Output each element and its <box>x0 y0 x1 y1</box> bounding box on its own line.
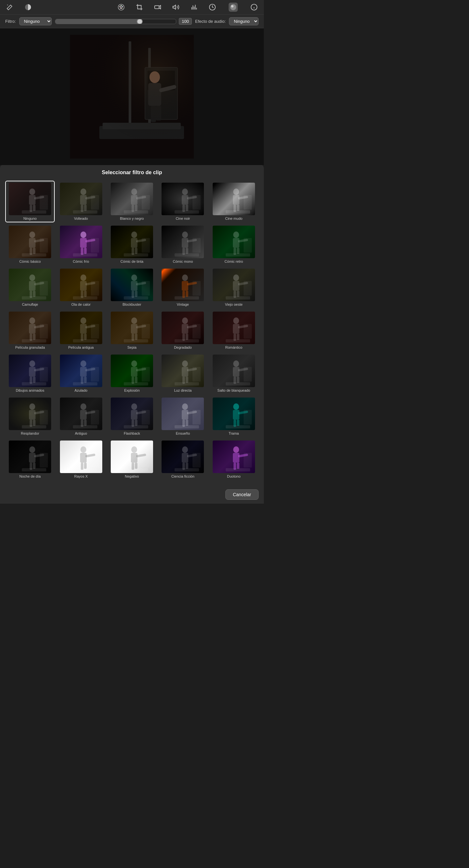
filter-item-explosion[interactable]: Explosión <box>107 352 157 394</box>
intensity-slider-track[interactable] <box>55 19 177 24</box>
svg-rect-173 <box>234 334 236 341</box>
filter-item-blanco-negro[interactable]: Blanco y negro <box>107 181 157 222</box>
filter-thumb-comic-tinta <box>111 226 153 258</box>
svg-rect-45 <box>80 195 87 205</box>
bars-icon[interactable] <box>189 3 199 12</box>
filter-item-sepia[interactable]: Sepia <box>107 310 157 351</box>
svg-rect-75 <box>30 248 32 255</box>
filter-item-noche-dia[interactable]: Noche de día <box>5 439 55 480</box>
svg-rect-83 <box>84 248 87 254</box>
filter-item-cine-mudo[interactable]: Cine mudo <box>209 181 259 222</box>
svg-rect-94 <box>182 238 188 248</box>
svg-rect-131 <box>182 291 185 298</box>
filter-item-ola-calor[interactable]: Ola de calor <box>56 267 106 308</box>
effects-icon[interactable] <box>229 3 238 12</box>
filter-item-salto[interactable]: Salto de blanqueado <box>209 352 259 394</box>
audio-effect-select[interactable]: Ninguno <box>229 17 259 25</box>
svg-point-163 <box>182 317 188 324</box>
video-camera-icon[interactable] <box>153 3 162 12</box>
filter-item-negativo[interactable]: Negativo <box>107 439 157 480</box>
svg-line-116 <box>87 283 94 284</box>
color-half-icon[interactable] <box>24 3 33 12</box>
magic-wand-icon[interactable] <box>5 3 14 12</box>
palette-icon[interactable] <box>117 3 126 12</box>
filter-item-trama[interactable]: Trama <box>209 396 259 437</box>
filter-item-resplandor[interactable]: Resplandor <box>5 396 55 437</box>
filter-item-blockbuster[interactable]: Blockbuster <box>107 267 157 308</box>
filter-item-viejo-oeste[interactable]: Viejo oeste <box>209 267 259 308</box>
filter-item-volteado[interactable]: Volteado <box>56 181 106 222</box>
svg-rect-227 <box>131 410 138 420</box>
svg-rect-178 <box>29 367 35 377</box>
svg-rect-55 <box>135 205 138 211</box>
filter-item-ninguno[interactable]: Ninguno <box>5 181 55 222</box>
filter-item-comic-frio[interactable]: Cómic frío <box>56 224 106 265</box>
info-icon[interactable] <box>250 3 259 12</box>
svg-rect-118 <box>84 291 87 297</box>
svg-rect-54 <box>131 205 134 212</box>
filter-item-comic-tinta[interactable]: Cómic de tinta <box>107 224 157 265</box>
svg-rect-104 <box>237 248 239 254</box>
svg-rect-66 <box>233 195 239 205</box>
filter-name-flashback: Flashback <box>124 431 140 435</box>
filter-item-ensueno[interactable]: Ensueño <box>158 396 207 437</box>
filter-thumb-ciencia-fic <box>162 440 204 473</box>
filter-item-degradado[interactable]: Degradado <box>158 310 207 351</box>
filter-item-duotono[interactable]: Duotono <box>209 439 259 480</box>
svg-rect-82 <box>81 248 83 255</box>
svg-rect-230 <box>135 420 138 426</box>
svg-point-93 <box>182 231 188 238</box>
svg-rect-262 <box>131 453 138 463</box>
filter-item-comic-retro[interactable]: Cómic retro <box>209 224 259 265</box>
filter-select[interactable]: Ninguno <box>19 17 52 25</box>
toolbar-center <box>24 3 238 12</box>
svg-line-242 <box>239 412 247 413</box>
svg-point-44 <box>81 188 86 195</box>
svg-rect-251 <box>33 463 35 469</box>
filter-item-vintage[interactable]: Vintage <box>158 267 207 308</box>
svg-point-37 <box>29 188 35 195</box>
filter-label: Filtro: <box>5 19 16 24</box>
svg-rect-122 <box>131 281 138 291</box>
filter-thumb-ninguno <box>9 183 51 215</box>
crop-icon[interactable] <box>135 3 144 12</box>
speedometer-icon[interactable] <box>208 3 217 12</box>
filter-item-romantico[interactable]: Romántico <box>209 310 259 351</box>
filter-item-azulado[interactable]: Azulado <box>56 352 106 394</box>
filter-name-azulado: Azulado <box>75 389 88 392</box>
filter-item-camuflaje[interactable]: Camuflaje <box>5 267 55 308</box>
filter-item-luz-directa[interactable]: Luz directa <box>158 352 207 394</box>
svg-rect-276 <box>233 453 239 463</box>
filter-item-cine-noir[interactable]: Cine noir <box>158 181 207 222</box>
filter-grid: NingunoVolteadoBlanco y negroCine noirCi… <box>5 181 259 480</box>
slider-thumb[interactable] <box>137 19 143 24</box>
svg-line-249 <box>35 455 43 456</box>
filter-item-pelicula-gran[interactable]: Película granulada <box>5 310 55 351</box>
filter-name-comic-frio: Cómic frío <box>73 259 89 264</box>
filter-item-antiguo[interactable]: Antiguo <box>56 396 106 437</box>
filter-item-dibujos[interactable]: Dibujos animados <box>5 352 55 394</box>
filter-item-comic-basico[interactable]: Cómic básico <box>5 224 55 265</box>
svg-line-214 <box>35 412 43 413</box>
filter-item-pelicula-ant[interactable]: Película antigua <box>56 310 106 351</box>
svg-point-233 <box>182 403 188 410</box>
svg-rect-188 <box>84 377 87 383</box>
svg-point-135 <box>233 275 239 281</box>
filter-thumb-pelicula-gran <box>9 312 51 344</box>
filter-item-rayos-x[interactable]: Rayos X <box>56 439 106 480</box>
svg-rect-220 <box>80 410 87 420</box>
filter-item-comic-mono[interactable]: Cómic mono <box>158 224 207 265</box>
intensity-slider-container: 100 <box>55 18 192 25</box>
svg-line-67 <box>239 197 247 198</box>
audio-wave-icon[interactable] <box>171 3 180 12</box>
svg-line-0 <box>7 5 8 5</box>
filter-name-antiguo: Antiguo <box>75 431 87 435</box>
filter-thumb-degradado <box>162 312 204 344</box>
filter-item-ciencia-fic[interactable]: Ciencia ficción <box>158 439 207 480</box>
cancel-button[interactable]: Cancelar <box>225 489 259 500</box>
svg-rect-166 <box>182 334 185 341</box>
svg-rect-34 <box>70 35 194 159</box>
filter-item-flashback[interactable]: Flashback <box>107 396 157 437</box>
svg-rect-264 <box>131 463 134 470</box>
svg-rect-279 <box>237 463 239 469</box>
